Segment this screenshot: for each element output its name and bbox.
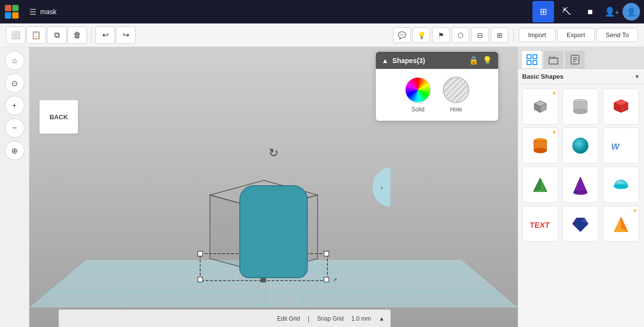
- hole-option[interactable]: Hole: [443, 77, 469, 113]
- tab-ruler[interactable]: [544, 51, 563, 68]
- topbar-bricks-btn[interactable]: ⛏: [556, 1, 577, 22]
- svg-rect-17: [533, 61, 537, 65]
- hole-label: Hole: [450, 106, 462, 113]
- svg-point-46: [574, 191, 587, 195]
- import-button[interactable]: Import: [519, 28, 555, 42]
- toolbar-right: 💬 💡 ⚑ ⬡ ⊟ ⊞ Import Export Send To: [393, 27, 638, 43]
- user-avatar[interactable]: 👤: [622, 3, 640, 21]
- solid-label: Solid: [412, 106, 425, 113]
- logo[interactable]: [0, 0, 23, 23]
- color-wheel: [405, 77, 431, 103]
- shape-cylinder-orange[interactable]: ★: [522, 128, 558, 164]
- zoom-out-button[interactable]: −: [5, 118, 24, 138]
- topbar-code-btn[interactable]: ■: [579, 1, 601, 22]
- snap-grid-label: Snap Grid: [317, 315, 344, 322]
- lock-icon[interactable]: 🔒: [469, 56, 479, 65]
- shapes-dropdown-area[interactable]: Basic Shapes ▼: [518, 69, 644, 85]
- file-name[interactable]: mask: [40, 8, 56, 16]
- svg-marker-52: [573, 222, 588, 232]
- rotate-arrow: ↻: [269, 146, 278, 160]
- snap-arrow-icon[interactable]: ▲: [379, 315, 385, 322]
- shapes-panel-title: Shapes(3): [392, 57, 425, 65]
- shape-cylinder-gray[interactable]: [562, 88, 598, 125]
- shape-cone-purple[interactable]: [562, 167, 598, 203]
- file-name-area: ☰ mask: [23, 7, 62, 17]
- new-button[interactable]: ⬜: [6, 26, 25, 44]
- flag-btn[interactable]: ⚑: [432, 27, 450, 43]
- svg-rect-15: [533, 55, 537, 59]
- svg-rect-10: [324, 277, 329, 282]
- topbar-grid-btn[interactable]: ⊞: [532, 1, 554, 22]
- back-button[interactable]: BACK: [39, 100, 78, 134]
- duplicate-button[interactable]: ⧉: [47, 26, 67, 44]
- menu-icon[interactable]: ☰: [29, 7, 36, 17]
- svg-rect-14: [527, 55, 531, 59]
- shape-gem-blue[interactable]: [562, 206, 598, 242]
- snap-grid-value: 1.0 mm: [351, 315, 371, 322]
- status-bar: Edit Grid | Snap Grid 1.0 mm ▲: [59, 309, 391, 327]
- topbar-right: ⊞ ⛏ ■ 👤+ 👤: [532, 1, 644, 22]
- add-user-button[interactable]: 👤+: [603, 3, 621, 21]
- shapes-panel: ▲ Shapes(3) 🔒 💡 Solid Hole: [376, 52, 498, 121]
- star-icon: ★: [633, 208, 637, 213]
- solid-option[interactable]: Solid: [405, 77, 431, 113]
- mirror-btn[interactable]: ⊞: [491, 27, 508, 43]
- toolbar-divider-2: [513, 28, 514, 42]
- shapes-panel-header: ▲ Shapes(3) 🔒 💡: [376, 52, 498, 69]
- send-to-button[interactable]: Send To: [597, 28, 638, 42]
- svg-rect-9: [198, 277, 203, 282]
- bulb-icon[interactable]: 💡: [483, 56, 492, 65]
- dropdown-arrow-icon: ▼: [634, 73, 640, 80]
- half-circle-handle[interactable]: ›: [373, 168, 391, 207]
- align-btn[interactable]: ⊟: [471, 27, 489, 43]
- svg-text:TEXT: TEXT: [529, 220, 551, 229]
- shape-text-3d[interactable]: W: [603, 128, 639, 164]
- svg-point-33: [574, 109, 587, 114]
- export-button[interactable]: Export: [557, 28, 595, 42]
- shape-text-red[interactable]: TEXT: [522, 206, 558, 242]
- undo-button[interactable]: ↩: [95, 26, 115, 44]
- teal-shape: [239, 185, 308, 278]
- tab-notes[interactable]: [565, 51, 585, 68]
- shape-pyramid-yellow[interactable]: ★: [603, 206, 639, 242]
- svg-point-41: [573, 138, 588, 153]
- shapes-panel-collapse-icon[interactable]: ▲: [382, 57, 389, 65]
- camera-btn[interactable]: ⬡: [452, 27, 469, 43]
- edit-grid-label[interactable]: Edit Grid: [277, 315, 300, 322]
- shapes-grid: ★: [518, 85, 644, 327]
- svg-rect-8: [324, 251, 329, 256]
- star-icon: ★: [552, 90, 556, 96]
- shape-box-red[interactable]: [603, 88, 639, 125]
- right-panel-tabs: [518, 47, 644, 69]
- selection-button[interactable]: ⊙: [5, 73, 24, 93]
- 3d-object: ↻: [181, 146, 367, 283]
- shape-pyramid-green[interactable]: [522, 167, 558, 203]
- viewport[interactable]: BACK ↻: [29, 47, 518, 327]
- star-icon: ★: [552, 130, 556, 135]
- svg-point-47: [614, 185, 628, 189]
- panel-header-icons: 🔒 💡: [469, 56, 492, 65]
- toolbar-divider: [91, 28, 92, 42]
- zoom-in-button[interactable]: +: [5, 96, 24, 115]
- delete-button[interactable]: 🗑: [68, 26, 87, 44]
- hole-shape: [443, 77, 469, 103]
- right-panel: Basic Shapes ▼ ★: [518, 47, 644, 327]
- light-btn[interactable]: 💡: [413, 27, 430, 43]
- svg-rect-16: [527, 61, 531, 65]
- shape-sphere-teal[interactable]: [562, 128, 598, 164]
- home-button[interactable]: ⌂: [5, 51, 24, 70]
- toolbar: ⬜ 📋 ⧉ 🗑 ↩ ↪ 💬 💡 ⚑ ⬡ ⊟ ⊞ Import Export Se…: [0, 23, 644, 47]
- paste-button[interactable]: 📋: [26, 26, 46, 44]
- shape-cube-starred[interactable]: ★: [522, 88, 558, 125]
- shape-half-sphere[interactable]: [603, 167, 639, 203]
- tab-grid[interactable]: [522, 51, 542, 68]
- svg-point-40: [534, 148, 547, 153]
- compass-button[interactable]: ⊕: [5, 141, 24, 160]
- top-bar: ☰ mask ⊞ ⛏ ■ 👤+ 👤: [0, 0, 644, 23]
- svg-marker-45: [574, 177, 587, 193]
- svg-text:↗: ↗: [332, 277, 337, 283]
- redo-button[interactable]: ↪: [116, 26, 136, 44]
- comment-btn[interactable]: 💬: [393, 27, 411, 43]
- shapes-panel-body: Solid Hole: [376, 69, 498, 121]
- svg-text:W: W: [610, 142, 621, 152]
